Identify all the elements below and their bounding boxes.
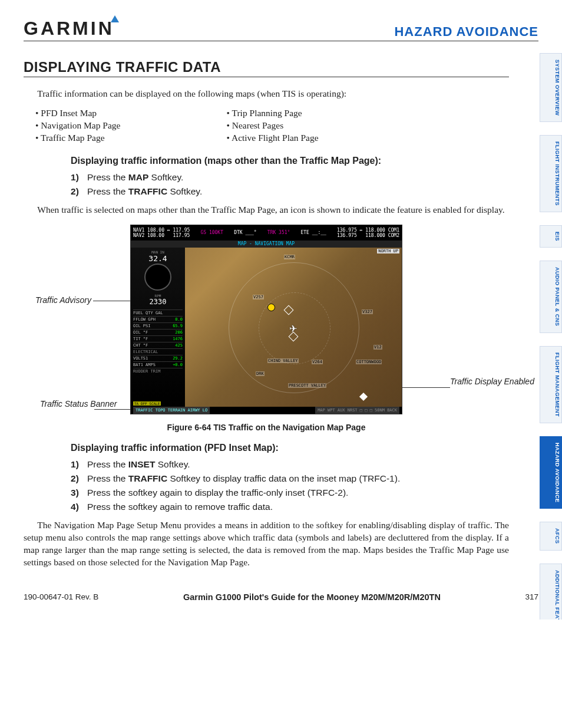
procedure-steps: Press the MAP Softkey. Press the TRAFFIC… bbox=[71, 172, 509, 197]
footer-title: Garmin G1000 Pilot's Guide for the Moone… bbox=[183, 592, 441, 602]
map-list: PFD Inset Map Navigation Map Page Traffi… bbox=[35, 106, 509, 145]
procedure-steps: Press the INSET Softkey. Press the TRAFF… bbox=[71, 459, 509, 512]
softkeys-right: MAP WPT AUX NRST □ □ □ 50NM BACK bbox=[315, 407, 399, 414]
footer-doc-rev: 190-00647-01 Rev. B bbox=[24, 592, 98, 601]
list-item: Nearest Pages bbox=[226, 120, 318, 131]
side-tabs: SYSTEM OVERVIEW FLIGHT INSTRUMENTS EIS A… bbox=[540, 53, 562, 620]
procedure-heading: Displaying traffic information (PFD Inse… bbox=[71, 443, 509, 453]
gs-readout: GS 100KT bbox=[200, 230, 223, 235]
dtk-readout: DTK ___° bbox=[234, 230, 257, 235]
tab-audio-panel[interactable]: AUDIO PANEL & CNS bbox=[540, 261, 562, 332]
traffic-advisory-symbol-icon bbox=[267, 304, 275, 311]
mid-paragraph: When traffic is selected on maps other t… bbox=[24, 204, 509, 216]
list-item: PFD Inset Map bbox=[35, 108, 120, 118]
com-freq: 136.975 ↔ 118.000 COM1 136.975 118.000 C… bbox=[337, 228, 399, 238]
traffic-enabled-icon bbox=[359, 393, 368, 401]
man-in-value: 32.4 bbox=[133, 254, 183, 263]
step: Press the MAP Softkey. bbox=[71, 172, 509, 183]
list-item: Active Flight Plan Page bbox=[226, 133, 318, 143]
tab-flight-management[interactable]: FLIGHT MANAGEMENT bbox=[540, 346, 562, 423]
list-item: Trip Planning Page bbox=[226, 108, 318, 118]
softkeys-left: TRAFFIC TOPO TERRAIN AIRWY LO bbox=[133, 407, 210, 414]
ta-off-scale-banner: TA OFF SCALE bbox=[133, 401, 161, 406]
procedure-heading: Displaying traffic information (maps oth… bbox=[71, 156, 509, 166]
north-up-label: NORTH UP bbox=[377, 249, 399, 253]
rpm-value: 2330 bbox=[133, 298, 183, 306]
map-body: NORTH UP ✈ KCMR V257 V264 V12 V327 CHINO… bbox=[185, 248, 402, 407]
step: Press the softkey again to remove traffi… bbox=[71, 502, 509, 512]
footer-page-number: 317 bbox=[525, 592, 538, 601]
garmin-logo: GARMIN bbox=[24, 18, 119, 39]
end-paragraph: The Navigation Map Page Setup Menu provi… bbox=[24, 519, 509, 569]
callout-traffic-advisory: Traffic Advisory bbox=[35, 295, 91, 305]
header-section: HAZARD AVOIDANCE bbox=[394, 24, 538, 39]
tab-eis[interactable]: EIS bbox=[540, 225, 562, 248]
step: Press the softkey again to display the t… bbox=[71, 487, 509, 498]
logo-triangle-icon bbox=[111, 15, 119, 22]
list-item: Traffic Map Page bbox=[35, 133, 120, 143]
page-title-bar: MAP - NAVIGATION MAP bbox=[131, 241, 402, 248]
navigation-map-screenshot: NAV1 108.00 ↔ 117.95 NAV2 108.00 117.95 … bbox=[130, 225, 402, 414]
figure: Traffic Advisory Traffic Status Banner T… bbox=[24, 225, 509, 417]
step: Press the TRAFFIC Softkey. bbox=[71, 186, 509, 197]
figure-caption: Figure 6-64 TIS Traffic on the Navigatio… bbox=[24, 423, 509, 432]
section-title: DISPLAYING TRAFFIC DATA bbox=[24, 59, 509, 77]
tab-additional-features[interactable]: ADDITIONAL FEATURES bbox=[540, 564, 562, 620]
step: Press the INSET Softkey. bbox=[71, 459, 509, 470]
tab-afcs[interactable]: AFCS bbox=[540, 522, 562, 551]
callout-traffic-status-banner: Traffic Status Banner bbox=[40, 399, 93, 409]
trk-readout: TRK 351° bbox=[267, 230, 290, 235]
list-item: Navigation Map Page bbox=[35, 120, 120, 131]
man-gauge-icon bbox=[144, 263, 171, 291]
callout-traffic-display-enabled: Traffic Display Enabled bbox=[450, 377, 506, 386]
step: Press the TRAFFIC Softkey to display tra… bbox=[71, 473, 509, 484]
intro-paragraph: Traffic information can be displayed on … bbox=[24, 88, 509, 100]
tab-flight-instruments[interactable]: FLIGHT INSTRUMENTS bbox=[540, 135, 562, 212]
nav-freq: NAV1 108.00 ↔ 117.95 NAV2 108.00 117.95 bbox=[133, 228, 190, 238]
eis-strip: MAN IN 32.4 RPM 2330 FUEL QTY GAL FFLOW … bbox=[131, 248, 185, 407]
tab-hazard-avoidance[interactable]: HAZARD AVOIDANCE bbox=[540, 436, 562, 509]
ete-readout: ETE __:__ bbox=[300, 230, 326, 235]
tab-system-overview[interactable]: SYSTEM OVERVIEW bbox=[540, 53, 562, 122]
